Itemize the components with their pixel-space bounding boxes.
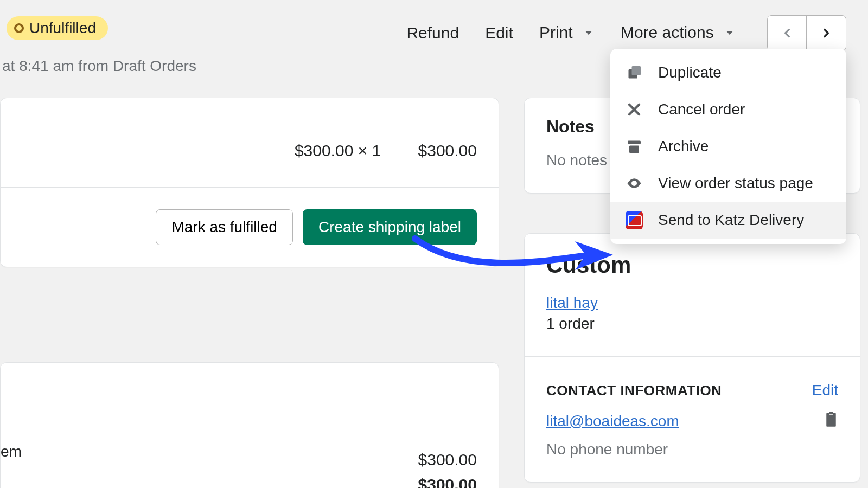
payment-summary-card: em $300.00 $300.00: [0, 362, 499, 488]
print-button[interactable]: Print: [539, 23, 595, 43]
annotation-arrow: [412, 228, 613, 266]
line-total: $300.00: [418, 142, 477, 159]
dropdown-item-send-katz[interactable]: Send to Katz Delivery: [610, 202, 846, 239]
status-ring-icon: [14, 23, 24, 33]
svg-rect-2: [628, 141, 641, 144]
contact-info-label: CONTACT INFORMATION: [546, 382, 722, 399]
print-label: Print: [539, 23, 573, 41]
customer-name-link[interactable]: lital hay: [546, 294, 598, 311]
mark-as-fulfilled-button[interactable]: Mark as fulfilled: [156, 209, 293, 245]
no-phone-text: No phone number: [546, 441, 838, 458]
dropdown-item-label: Send to Katz Delivery: [658, 211, 804, 229]
order-context-line: at 8:41 am from Draft Orders: [2, 57, 196, 75]
more-actions-label: More actions: [621, 23, 714, 41]
dropdown-item-duplicate[interactable]: Duplicate: [610, 54, 846, 91]
more-actions-dropdown: Duplicate Cancel order Archive View orde…: [610, 49, 846, 244]
eye-icon: [626, 175, 643, 192]
refund-button[interactable]: Refund: [406, 24, 459, 42]
order-nav-buttons: [767, 15, 846, 51]
customer-order-count: 1 order: [546, 315, 838, 332]
dropdown-item-archive[interactable]: Archive: [610, 128, 846, 165]
truncated-text: em: [1, 443, 22, 460]
prev-order-button[interactable]: [768, 16, 807, 50]
total-amount: $300.00: [1, 476, 477, 488]
line-unit-price: $300.00 × 1: [295, 142, 381, 159]
clipboard-icon[interactable]: [824, 411, 838, 431]
duplicate-icon: [626, 64, 643, 81]
subtotal-amount: $300.00: [1, 451, 477, 469]
katz-delivery-icon: [626, 211, 643, 229]
more-actions-button[interactable]: More actions: [621, 23, 736, 43]
customer-email-link[interactable]: lital@boaideas.com: [546, 413, 679, 430]
edit-order-button[interactable]: Edit: [485, 24, 513, 42]
status-badge-label: Unfulfilled: [29, 20, 96, 37]
next-order-button[interactable]: [807, 16, 846, 50]
dropdown-item-label: Duplicate: [658, 64, 722, 81]
archive-icon: [626, 138, 643, 155]
edit-contact-button[interactable]: Edit: [812, 382, 838, 399]
caret-down-icon: [583, 24, 595, 43]
dropdown-item-view-status[interactable]: View order status page: [610, 165, 846, 202]
status-badge-unfulfilled: Unfulfilled: [7, 16, 108, 40]
caret-down-icon: [724, 24, 736, 43]
dropdown-item-label: Cancel order: [658, 101, 745, 118]
close-icon: [626, 101, 643, 118]
dropdown-item-cancel-order[interactable]: Cancel order: [610, 91, 846, 128]
dropdown-item-label: View order status page: [658, 175, 813, 192]
divider: [525, 356, 860, 357]
svg-rect-1: [632, 66, 641, 75]
dropdown-item-label: Archive: [658, 138, 709, 155]
header-actions: Refund Edit Print More actions: [406, 15, 846, 51]
svg-rect-3: [629, 146, 639, 153]
